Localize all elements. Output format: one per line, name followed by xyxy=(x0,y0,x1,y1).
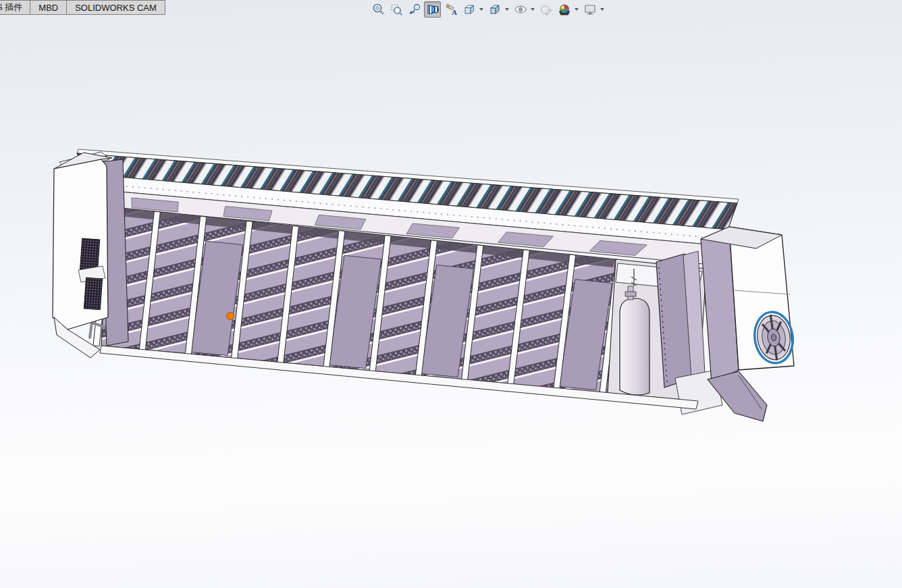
3d-viewport[interactable] xyxy=(0,0,902,588)
view-settings-dropdown[interactable] xyxy=(599,1,606,18)
section-view-icon xyxy=(426,3,440,16)
svg-text:A: A xyxy=(452,8,457,16)
hide-show-items-button[interactable] xyxy=(512,1,529,18)
edit-appearance-icon xyxy=(539,3,553,16)
tab-mbd[interactable]: MBD xyxy=(30,0,67,15)
machine-assembly-model xyxy=(53,149,796,421)
view-orientation-icon xyxy=(462,3,476,16)
apply-scene-icon xyxy=(558,3,571,16)
zoom-to-area-button[interactable] xyxy=(388,1,404,18)
selection-point-marker[interactable] xyxy=(227,313,234,320)
tab-solidworks-cam[interactable]: SOLIDWORKS CAM xyxy=(66,0,165,15)
command-manager-tabs: S 插件 MBD SOLIDWORKS CAM xyxy=(0,0,165,15)
solidworks-window: S 插件 MBD SOLIDWORKS CAM xyxy=(0,0,902,588)
previous-view-icon xyxy=(408,3,421,16)
heads-up-view-toolbar: A xyxy=(369,1,606,18)
tab-solidworks-addins[interactable]: S 插件 xyxy=(0,0,30,15)
zoom-to-fit-button[interactable] xyxy=(369,1,386,18)
view-orientation-button[interactable] xyxy=(460,1,477,18)
section-view-button[interactable] xyxy=(424,1,441,18)
apply-scene-button[interactable] xyxy=(556,1,573,18)
view-settings-icon xyxy=(583,3,597,16)
dynamic-annotation-views-button[interactable]: A xyxy=(442,1,459,18)
tab-label: MBD xyxy=(38,3,58,13)
cabinet-vent-mesh-lower xyxy=(84,277,102,310)
hide-show-items-dropdown[interactable] xyxy=(529,1,536,18)
display-style-icon xyxy=(488,3,502,16)
display-style-dropdown[interactable] xyxy=(504,1,510,18)
edit-appearance-button[interactable] xyxy=(537,1,554,18)
tab-label: SOLIDWORKS CAM xyxy=(75,3,157,13)
view-orientation-dropdown[interactable] xyxy=(478,1,485,18)
gas-cylinder xyxy=(620,298,649,395)
previous-view-button[interactable] xyxy=(406,1,423,18)
hide-show-items-icon xyxy=(514,3,527,16)
zoom-area-icon xyxy=(390,3,403,16)
annotation-views-icon: A xyxy=(444,3,458,16)
tab-label: S 插件 xyxy=(0,1,22,14)
display-style-button[interactable] xyxy=(486,1,503,18)
view-settings-button[interactable] xyxy=(581,1,598,18)
apply-scene-dropdown[interactable] xyxy=(573,1,580,18)
zoom-fit-icon xyxy=(371,3,385,16)
cylinder-collar xyxy=(625,292,636,296)
